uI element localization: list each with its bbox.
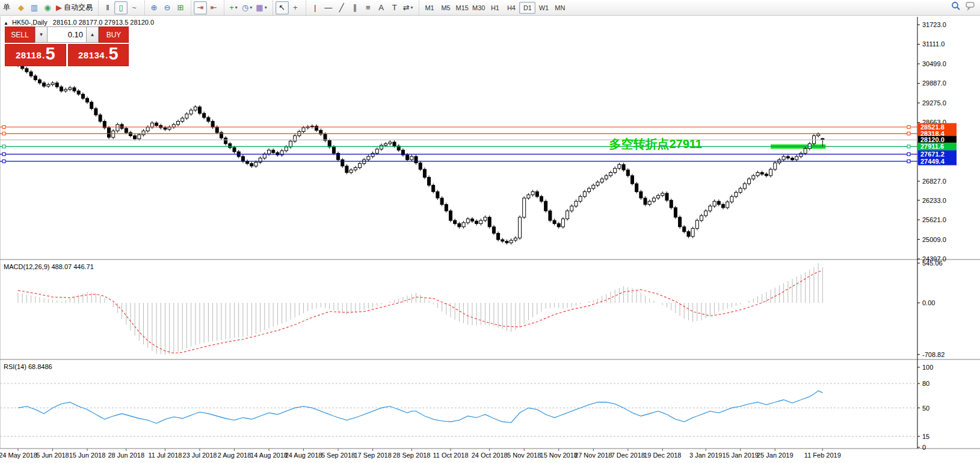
indicators-icon: + (229, 4, 234, 11)
zoom-in-icon: ⊕ (151, 4, 158, 11)
autotrading-icon: ▶ (56, 4, 62, 11)
shift-chart-end-button[interactable]: ⇥ (194, 1, 207, 14)
timeframe-w1-button[interactable]: W1 (535, 2, 552, 14)
timeframe-m5-button[interactable]: M5 (438, 2, 454, 14)
buy-price-button[interactable]: 28134 . 5 (68, 44, 129, 66)
chat-icon[interactable] (966, 1, 976, 11)
timeframe-h4-button[interactable]: H4 (503, 2, 519, 14)
line-handle[interactable] (907, 145, 910, 148)
periods-button[interactable]: ◷▾ (240, 1, 254, 14)
timeframe-h1-button[interactable]: H1 (487, 2, 503, 14)
rsi-scale-label: 80 (922, 380, 929, 387)
line-handle[interactable] (2, 132, 5, 135)
line-handle[interactable] (2, 145, 5, 148)
price-tick-label: 29887.0 (922, 79, 946, 87)
channel-button[interactable]: ∥ (348, 1, 362, 14)
time-tick-label: 11 Jul 2018 (148, 452, 182, 459)
timeframe-m1-button[interactable]: M1 (422, 2, 438, 14)
sell-price-button[interactable]: 28118 . 5 (5, 44, 66, 66)
macd-label: MACD(12,26,9) 488.07 446.71 (4, 263, 94, 270)
line-handle[interactable] (907, 132, 910, 135)
horizontal-line-button[interactable]: — (322, 1, 335, 14)
time-tick-label: 15 Jun 2018 (69, 452, 106, 459)
horizontal-line-icon: — (324, 4, 332, 11)
zoom-in-button[interactable]: ⊕ (147, 1, 161, 14)
new-order-button[interactable]: ◆ (14, 1, 28, 14)
text-icon: A (378, 4, 384, 11)
tile-windows-button[interactable]: ⊞ (174, 1, 187, 14)
zoom-out-button[interactable]: ⊖ (161, 1, 174, 14)
text-button[interactable]: A (375, 1, 388, 14)
bar-chart-icon: ‖ (106, 4, 109, 11)
time-tick-label: 24 Oct 2018 (472, 452, 508, 459)
dropdown-caret-icon[interactable]: ▾ (265, 5, 267, 10)
rsi-line (18, 391, 822, 423)
rsi-scale-label: 15 (922, 433, 929, 440)
candlestick-chart-button[interactable]: ▯ (114, 1, 128, 14)
volume-input[interactable]: 0.10 (48, 26, 86, 43)
trendline-icon: ╱ (339, 4, 344, 11)
label-button[interactable]: T (388, 1, 401, 14)
templates-icon: ▦ (256, 4, 263, 11)
chart-header: ▲ HK50-,Daily 28161.0 28177.0 27913.5 28… (4, 19, 154, 26)
line-handle[interactable] (2, 153, 5, 156)
line-handle[interactable] (2, 160, 5, 163)
fibonacci-button[interactable]: ≡ (362, 1, 375, 14)
chart-canvas[interactable]: 31723.031111.030499.029887.029275.028663… (0, 16, 980, 463)
crosshair-button[interactable]: + (289, 1, 302, 14)
indicators-button[interactable]: +▾ (227, 1, 240, 14)
symbol-period-label: HK50-,Daily (12, 19, 48, 26)
volume-decrease-button[interactable]: ▼ (35, 26, 48, 43)
time-tick-label: 15 Jan 2019 (722, 452, 759, 459)
toolbar: 单 ◆▥◉▶自动交易‖▯~⊕⊖⊞⇥⇤+▾◷▾▦▾↖+|—╱∥≡AT⇄▾ M1M5… (0, 0, 980, 16)
dropdown-caret-icon[interactable]: ▾ (235, 5, 238, 10)
trendline-button[interactable]: ╱ (335, 1, 348, 14)
toolbar-group-4: +▾◷▾▦▾ (224, 1, 271, 15)
timeframe-m30-button[interactable]: M30 (470, 2, 487, 14)
sell-button[interactable]: SELL (5, 26, 35, 43)
collapse-triangle-icon[interactable]: ▲ (4, 20, 8, 26)
line-handle[interactable] (2, 125, 5, 128)
price-tag-label: 27449.4 (920, 158, 945, 165)
signal-button[interactable]: ◉ (41, 1, 54, 14)
time-tick-label: 28 Sep 2018 (393, 452, 430, 459)
vertical-line-icon: | (314, 4, 316, 11)
cursor-button[interactable]: ↖ (276, 1, 289, 14)
tile-windows-icon: ⊞ (177, 4, 184, 11)
dropdown-caret-icon[interactable]: ▾ (250, 5, 252, 10)
line-handle[interactable] (907, 153, 910, 156)
volume-increase-button[interactable]: ▲ (86, 26, 99, 43)
buy-button[interactable]: BUY (99, 26, 129, 43)
vertical-line-button[interactable]: | (309, 1, 322, 14)
signal-icon: ◉ (44, 4, 51, 11)
auto-scroll-button[interactable]: ⇤ (207, 1, 220, 14)
autotrading-button[interactable]: ▶自动交易 (54, 1, 94, 14)
time-tick-label: 11 Oct 2018 (433, 452, 468, 459)
zoom-out-icon: ⊖ (164, 4, 171, 11)
macd-scale-label: 545.06 (922, 259, 943, 267)
charts-profile-button[interactable]: ▥ (28, 1, 41, 14)
toolbar-group-0: ◆▥◉▶自动交易 (12, 1, 97, 15)
time-tick-label: 27 Nov 2018 (575, 452, 612, 459)
dropdown-caret-icon[interactable]: ▾ (411, 5, 413, 10)
line-handle[interactable] (907, 160, 910, 163)
sell-price-pips: 5 (45, 45, 55, 63)
search-icon[interactable] (951, 1, 961, 11)
templates-button[interactable]: ▦▾ (254, 1, 268, 14)
timeframe-mn-button[interactable]: MN (552, 2, 568, 14)
timeframe-m15-button[interactable]: M15 (454, 2, 470, 14)
price-tick-label: 26827.0 (922, 178, 946, 185)
line-chart-button[interactable]: ~ (128, 1, 141, 14)
shift-chart-end-icon: ⇥ (197, 4, 204, 11)
arrows-button[interactable]: ⇄▾ (401, 1, 415, 14)
bar-chart-button[interactable]: ‖ (101, 1, 114, 14)
chart-annotation[interactable]: 多空转折点27911 (609, 137, 702, 151)
toolbar-group-2: ⊕⊖⊞ (144, 1, 190, 15)
time-tick-label: 5 Jun 2018 (36, 452, 69, 459)
price-tag-label: 27671.2 (920, 151, 945, 158)
line-handle[interactable] (907, 125, 910, 128)
toolbar-partial-label[interactable]: 单 (1, 2, 12, 13)
sell-price-main: 28118 (16, 50, 42, 60)
timeframe-d1-button[interactable]: D1 (519, 2, 535, 14)
crosshair-icon: + (293, 4, 298, 11)
